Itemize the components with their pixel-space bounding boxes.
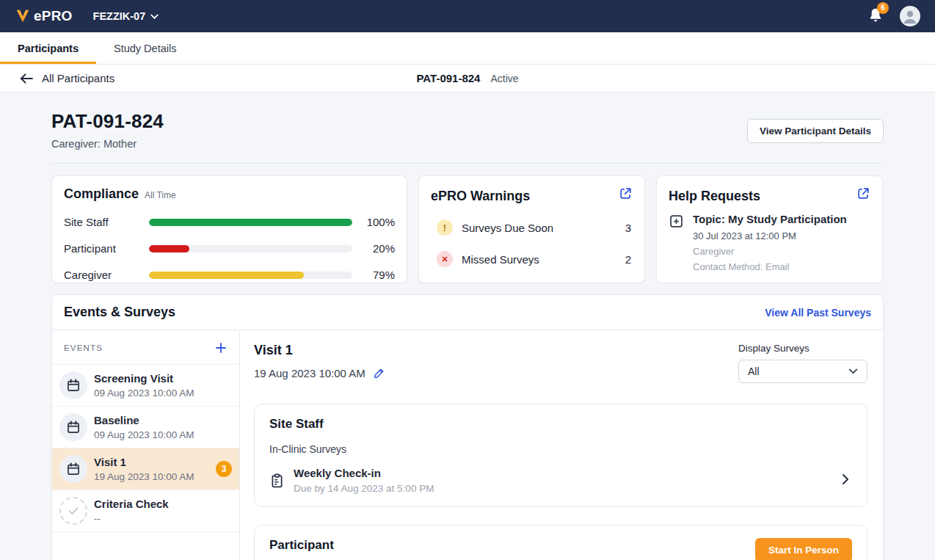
event-datetime: -- bbox=[94, 513, 169, 524]
help-request-topic: Topic: My Study Participation bbox=[693, 213, 847, 225]
survey-row-weekly-check-in[interactable]: Weekly Check-in Due by 14 Aug 2023 at 5:… bbox=[269, 467, 852, 494]
plus-icon bbox=[214, 341, 228, 354]
site-staff-subtitle: In-Clinic Surveys bbox=[269, 443, 852, 455]
notifications-button[interactable]: 6 bbox=[867, 7, 884, 26]
calendar-icon bbox=[59, 413, 87, 441]
events-list-panel: EVENTS bbox=[52, 330, 240, 560]
event-item-criteria-check[interactable]: Criteria Check -- bbox=[52, 490, 239, 532]
help-requests-card: Help Requests Topic: My Study Partici bbox=[656, 175, 883, 283]
event-name: Visit 1 bbox=[94, 456, 194, 468]
pencil-icon bbox=[373, 367, 385, 379]
participant-header-center: PAT-091-824 Active bbox=[0, 72, 935, 84]
participant-section: Participant Start In Person In-Clinic Su… bbox=[254, 525, 867, 560]
help-requests-external-link-button[interactable] bbox=[856, 186, 870, 200]
compliance-percent: 100% bbox=[352, 216, 395, 228]
site-staff-title: Site Staff bbox=[269, 417, 852, 432]
warning-row-due-soon[interactable]: ! Surveys Due Soon 3 bbox=[431, 219, 633, 236]
user-avatar[interactable] bbox=[900, 6, 920, 26]
external-link-icon bbox=[856, 186, 870, 200]
event-item-screening-visit[interactable]: Screening Visit 09 Aug 2023 10:00 AM bbox=[52, 365, 239, 407]
warning-count: 3 bbox=[625, 222, 633, 234]
event-detail-panel: Visit 1 19 Aug 2023 10:00 AM bbox=[240, 330, 883, 560]
compliance-period: All Time bbox=[145, 190, 176, 200]
notifications-badge: 6 bbox=[877, 2, 889, 14]
help-request-item[interactable]: Topic: My Study Participation 30 Jul 202… bbox=[669, 213, 870, 272]
box-plus-icon bbox=[669, 214, 684, 229]
event-name: Baseline bbox=[94, 414, 194, 426]
help-requests-title: Help Requests bbox=[669, 189, 760, 204]
brand-name: ePRO bbox=[34, 8, 73, 24]
display-surveys-label: Display Surveys bbox=[738, 343, 867, 354]
compliance-card: Compliance All Time Site Staff 100% Part… bbox=[51, 175, 407, 283]
warning-label: Surveys Due Soon bbox=[462, 222, 553, 234]
progress-fill bbox=[149, 272, 304, 279]
calendar-icon bbox=[59, 371, 87, 399]
compliance-label: Site Staff bbox=[64, 216, 149, 228]
warning-row-missed[interactable]: ✕ Missed Surveys 2 bbox=[431, 251, 633, 267]
compliance-row-caregiver: Caregiver 79% bbox=[64, 269, 395, 281]
survey-due-date: Due by 14 Aug 2023 at 5:00 PM bbox=[294, 483, 434, 494]
back-to-all-participants[interactable]: All Participants bbox=[19, 72, 114, 84]
view-all-past-surveys-link[interactable]: View All Past Surveys bbox=[765, 307, 871, 319]
main-content: PAT-091-824 Caregiver: Mother View Parti… bbox=[0, 92, 935, 560]
study-selector[interactable]: FEZZIK-07 bbox=[93, 10, 159, 22]
back-label: All Participants bbox=[42, 72, 114, 84]
warnings-external-link-button[interactable] bbox=[619, 186, 633, 200]
progress-fill bbox=[149, 245, 189, 252]
tab-participants[interactable]: Participants bbox=[0, 32, 96, 64]
epro-warnings-card: ePRO Warnings ! Surveys Due Soon 3 ✕ Mis… bbox=[418, 175, 645, 283]
compliance-row-participant: Participant 20% bbox=[64, 242, 395, 255]
edit-visit-datetime-button[interactable] bbox=[373, 367, 385, 379]
event-datetime: 09 Aug 2023 10:00 AM bbox=[94, 429, 194, 440]
navbar-actions: 6 bbox=[867, 6, 920, 26]
display-surveys-select[interactable]: All bbox=[738, 360, 867, 383]
view-participant-details-button[interactable]: View Participant Details bbox=[747, 119, 884, 143]
missed-icon: ✕ bbox=[437, 251, 453, 267]
warnings-title: ePRO Warnings bbox=[431, 189, 530, 204]
header-divider bbox=[51, 163, 884, 164]
person-icon bbox=[900, 6, 920, 26]
study-selector-label: FEZZIK-07 bbox=[93, 10, 146, 22]
progress-track bbox=[149, 245, 352, 252]
warning-count: 2 bbox=[625, 253, 633, 266]
progress-track bbox=[149, 219, 352, 226]
compliance-percent: 20% bbox=[352, 242, 395, 255]
event-datetime: 19 Aug 2023 10:00 AM bbox=[94, 471, 194, 482]
compliance-title: Compliance bbox=[64, 186, 139, 202]
help-request-timestamp: 30 Jul 2023 at 12:00 PM bbox=[693, 230, 847, 241]
tab-study-details[interactable]: Study Details bbox=[96, 32, 194, 64]
events-surveys-title: Events & Surveys bbox=[64, 305, 175, 320]
page-header: PAT-091-824 Caregiver: Mother View Parti… bbox=[51, 110, 884, 150]
event-badge: 3 bbox=[216, 461, 232, 477]
event-item-visit-1[interactable]: Visit 1 19 Aug 2023 10:00 AM 3 bbox=[52, 448, 239, 490]
calendar-icon bbox=[59, 455, 87, 483]
compliance-percent: 79% bbox=[352, 269, 395, 281]
event-name: Screening Visit bbox=[94, 372, 194, 385]
visit-datetime: 19 Aug 2023 10:00 AM bbox=[254, 367, 365, 379]
compliance-label: Participant bbox=[64, 242, 149, 255]
start-in-person-button[interactable]: Start In Person bbox=[755, 538, 852, 560]
participant-id: PAT-091-824 bbox=[416, 72, 480, 84]
chevron-down-icon bbox=[150, 14, 159, 19]
add-event-button[interactable] bbox=[214, 341, 228, 354]
brand-v-icon bbox=[15, 8, 31, 24]
event-name: Criteria Check bbox=[94, 498, 169, 510]
event-datetime: 09 Aug 2023 10:00 AM bbox=[94, 388, 194, 399]
help-request-requester: Caregiver bbox=[693, 246, 847, 257]
participant-status: Active bbox=[490, 73, 518, 84]
events-header-label: EVENTS bbox=[64, 343, 103, 352]
external-link-icon bbox=[619, 186, 633, 200]
events-surveys-card: Events & Surveys View All Past Surveys E… bbox=[51, 294, 884, 560]
display-surveys-value: All bbox=[748, 366, 760, 377]
chevron-right-icon bbox=[842, 473, 852, 488]
tab-participants-label: Participants bbox=[18, 43, 79, 54]
event-item-baseline[interactable]: Baseline 09 Aug 2023 10:00 AM bbox=[52, 407, 239, 448]
summary-cards-row: Compliance All Time Site Staff 100% Part… bbox=[51, 175, 884, 283]
events-surveys-header: Events & Surveys View All Past Surveys bbox=[52, 295, 883, 330]
caregiver-subtitle: Caregiver: Mother bbox=[51, 138, 164, 150]
compliance-label: Caregiver bbox=[64, 269, 149, 281]
survey-name: Weekly Check-in bbox=[294, 467, 434, 479]
progress-track bbox=[149, 272, 352, 279]
visit-title: Visit 1 bbox=[254, 343, 385, 358]
page-title: PAT-091-824 bbox=[51, 110, 164, 133]
